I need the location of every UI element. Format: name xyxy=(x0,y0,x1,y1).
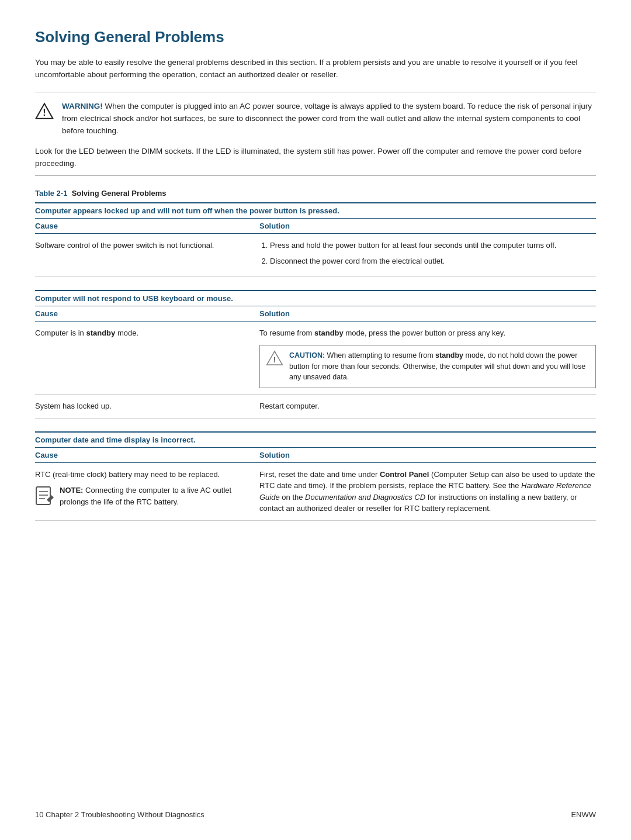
problem-header-3: Computer date and time display is incorr… xyxy=(35,431,596,448)
problem-section-3: Computer date and time display is incorr… xyxy=(35,431,596,521)
table-title-text: Solving General Problems xyxy=(72,189,167,198)
col-solution-3: Solution xyxy=(259,451,596,459)
warning-box: ! WARNING! When the computer is plugged … xyxy=(35,101,596,137)
warning-icon: ! xyxy=(35,102,54,122)
col-headers-3: Cause Solution xyxy=(35,448,596,463)
table-num: Table 2-1 xyxy=(35,189,72,198)
led-note: Look for the LED between the DIMM socket… xyxy=(35,146,596,170)
caution-label: CAUTION: xyxy=(289,351,325,359)
warning-label: WARNING! xyxy=(62,102,103,110)
col-headers-2: Cause Solution xyxy=(35,306,596,322)
cause-cell-3-1: RTC (real-time clock) battery may need t… xyxy=(35,469,259,513)
svg-text:!: ! xyxy=(43,108,46,117)
solution-cell-3-1: First, reset the date and time under Con… xyxy=(259,469,596,514)
problem-section-2: Computer will not respond to USB keyboar… xyxy=(35,290,596,418)
cause-cell-2-2: System has locked up. xyxy=(35,400,259,412)
problem-header-1: Computer appears locked up and will not … xyxy=(35,202,596,219)
solution-cell-2-2: Restart computer. xyxy=(259,400,596,412)
cause-cell-1-1: Software control of the power switch is … xyxy=(35,240,259,251)
list-item: Disconnect the power cord from the elect… xyxy=(270,255,596,267)
page-title: Solving General Problems xyxy=(35,28,596,46)
svg-text:!: ! xyxy=(273,355,276,364)
table-row-2-2: System has locked up. Restart computer. xyxy=(35,395,596,419)
problem-header-2: Computer will not respond to USB keyboar… xyxy=(35,290,596,306)
list-item: Press and hold the power button for at l… xyxy=(270,240,596,251)
cause-cell-2-1: Computer is in standby mode. xyxy=(35,327,259,339)
caution-body: When attempting to resume from standby m… xyxy=(289,351,585,382)
table-row-3-1: RTC (real-time clock) battery may need t… xyxy=(35,463,596,521)
footer-right: ENWW xyxy=(571,810,596,819)
note-box: NOTE: Connecting the computer to a live … xyxy=(35,485,250,512)
caution-text: CAUTION: When attempting to resume from … xyxy=(289,350,590,383)
divider-1 xyxy=(35,92,596,92)
note-icon xyxy=(35,486,54,512)
footer: 10 Chapter 2 Troubleshooting Without Dia… xyxy=(0,810,631,819)
caution-box: ! CAUTION: When attempting to resume fro… xyxy=(259,345,596,388)
solution-cell-1-1: Press and hold the power button for at l… xyxy=(259,240,596,271)
footer-left: 10 Chapter 2 Troubleshooting Without Dia… xyxy=(35,810,204,819)
note-text: NOTE: Connecting the computer to a live … xyxy=(60,485,250,507)
col-cause-3: Cause xyxy=(35,451,259,459)
warning-text: WARNING! When the computer is plugged in… xyxy=(62,101,596,137)
col-cause-1: Cause xyxy=(35,222,259,230)
note-label: NOTE: xyxy=(60,486,83,495)
table-row-2-1: Computer is in standby mode. To resume f… xyxy=(35,322,596,395)
divider-2 xyxy=(35,175,596,176)
svg-rect-4 xyxy=(36,487,50,504)
caution-icon: ! xyxy=(266,350,283,369)
col-headers-1: Cause Solution xyxy=(35,219,596,234)
solution-cell-2-1: To resume from standby mode, press the p… xyxy=(259,327,596,388)
table-row-1-1: Software control of the power switch is … xyxy=(35,234,596,277)
warning-body: When the computer is plugged into an AC … xyxy=(62,102,592,135)
col-solution-2: Solution xyxy=(259,309,596,318)
intro-text: You may be able to easily resolve the ge… xyxy=(35,57,596,81)
col-cause-2: Cause xyxy=(35,309,259,318)
table-title: Table 2-1 Solving General Problems xyxy=(35,189,596,198)
col-solution-1: Solution xyxy=(259,222,596,230)
note-body: Connecting the computer to a live AC out… xyxy=(60,486,231,506)
problem-section-1: Computer appears locked up and will not … xyxy=(35,202,596,277)
